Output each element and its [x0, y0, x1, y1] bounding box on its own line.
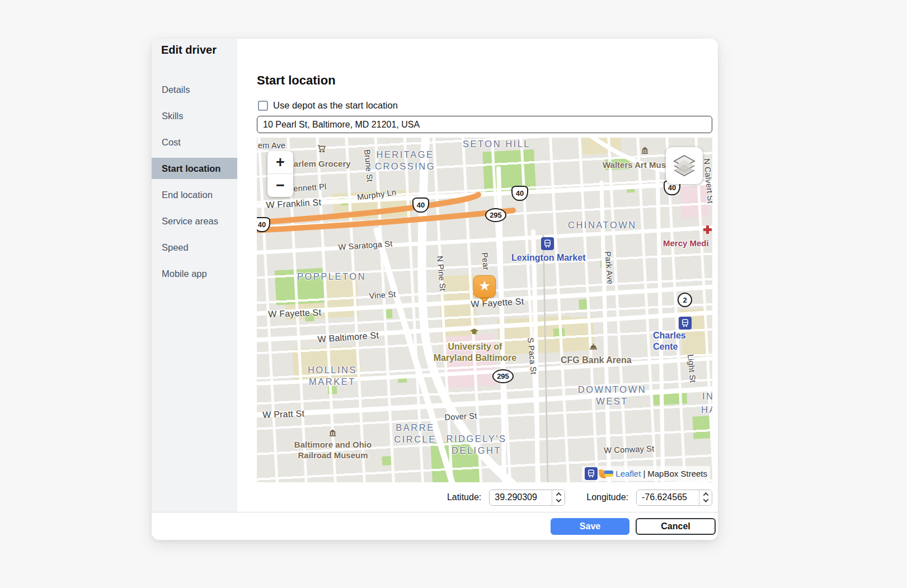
neighborhood-label: SETON HILL [463, 138, 530, 150]
use-depot-label: Use depot as the start location [273, 100, 398, 111]
star-icon: ★ [478, 279, 491, 293]
start-location-panel: Start location Use depot as the start lo… [237, 39, 718, 512]
university-icon [469, 328, 479, 338]
sidebar: Edit driver Details Skills Cost Start lo… [152, 39, 237, 512]
dialog-title: Edit driver [161, 44, 217, 57]
sidebar-item-start-location[interactable]: Start location [152, 158, 237, 179]
street-label: Pear [480, 252, 491, 270]
footer-divider [152, 512, 718, 512]
poi-label: Charles Cente [653, 330, 712, 352]
poi-label: Mercy Medi [663, 238, 709, 249]
sidebar-item-details[interactable]: Details [152, 79, 237, 100]
sidebar-item-end-location[interactable]: End location [152, 184, 237, 205]
sidebar-item-skills[interactable]: Skills [152, 105, 237, 126]
neighborhood-label: RIDGELY'S DELIGHT [441, 433, 511, 456]
zoom-in-button[interactable]: + [267, 151, 293, 174]
save-button[interactable]: Save [551, 518, 629, 535]
street-label: W Pratt St [262, 408, 305, 421]
longitude-field [636, 490, 712, 506]
layers-control[interactable] [666, 147, 703, 184]
route-shield-2: 2 [678, 293, 692, 307]
poi-label: University of Maryland Baltimore [430, 341, 520, 364]
zoom-control: + − [267, 151, 293, 197]
poi-label: CFG Bank Arena [561, 355, 632, 366]
sidebar-item-mobile-app[interactable]: Mobile app [152, 263, 237, 284]
sidebar-item-cost[interactable]: Cost [152, 131, 237, 153]
page-title: Start location [257, 73, 336, 88]
street-label: Vine St [369, 289, 396, 301]
longitude-stepper[interactable] [699, 490, 712, 505]
grocery-cart-icon [317, 145, 326, 155]
street-label: W Fayette St [268, 307, 322, 320]
neighborhood-label: HERITAGE CROSSING [369, 149, 441, 172]
sidebar-item-speed[interactable]: Speed [152, 237, 237, 258]
latitude-label: Latitude: [447, 492, 481, 502]
ukraine-flag-icon [604, 471, 613, 477]
dialog-footer: Save Cancel [152, 513, 718, 540]
transit-station-icon [585, 467, 598, 480]
poi-label: Baltimore and Ohio Railroad Museum [289, 440, 377, 461]
sidebar-item-service-areas[interactable]: Service areas [152, 210, 237, 232]
museum-icon [328, 429, 337, 439]
neighborhood-label: POPPLETON [297, 271, 366, 283]
leaflet-link[interactable]: Leaflet [615, 469, 641, 478]
arena-icon [589, 342, 598, 352]
neighborhood-label: DOWNTOWN WEST [576, 384, 648, 407]
zoom-out-button[interactable]: − [267, 174, 293, 197]
map-attribution: Leaflet | MapBox Streets [582, 466, 710, 481]
route-shield-us40: 40 [412, 197, 429, 213]
use-depot-checkbox[interactable] [258, 101, 268, 111]
latitude-input[interactable] [490, 490, 552, 505]
neighborhood-label: IN [702, 391, 712, 402]
chevron-down-icon [703, 497, 708, 502]
edit-driver-dialog: Edit driver Details Skills Cost Start lo… [152, 39, 718, 540]
layers-icon [672, 153, 697, 178]
sidebar-nav: Details Skills Cost Start location End l… [152, 79, 237, 289]
cancel-button[interactable]: Cancel [636, 518, 716, 535]
latitude-field [489, 490, 565, 506]
transit-station-icon [541, 237, 554, 250]
street-label: em Ave [258, 140, 285, 150]
museum-icon [641, 146, 649, 157]
start-address-input[interactable] [257, 116, 712, 133]
route-shield-295: 295 [485, 208, 506, 222]
poi-label: Walters Art Mus [603, 160, 666, 171]
coordinates-row: Latitude: Longitude: [447, 489, 712, 506]
neighborhood-label: HA [701, 404, 712, 416]
poi-label: Lexington Market [511, 252, 585, 264]
map[interactable]: em Ave Bennett Pl Murphy Ln W Franklin S… [257, 138, 712, 482]
route-shield-us40: 40 [511, 186, 528, 201]
street-label: W Conway St [604, 444, 655, 455]
start-location-marker[interactable]: ★ [473, 275, 496, 298]
longitude-input[interactable] [637, 490, 699, 505]
latitude-stepper[interactable] [552, 490, 565, 505]
neighborhood-label: HOLLINS MARKET [302, 364, 363, 387]
neighborhood-label: CHINATOWN [568, 219, 637, 231]
chevron-down-icon [556, 497, 561, 502]
longitude-label: Longitude: [586, 492, 628, 502]
attribution-provider: MapBox Streets [647, 469, 707, 478]
neighborhood-label: BARRE CIRCLE [390, 422, 440, 445]
route-shield-295: 295 [492, 369, 514, 383]
street-label: Dover St [444, 411, 477, 422]
transit-station-icon [679, 317, 692, 330]
attribution-separator: | [643, 469, 645, 478]
poi-label: Harlem Grocery [288, 159, 351, 170]
